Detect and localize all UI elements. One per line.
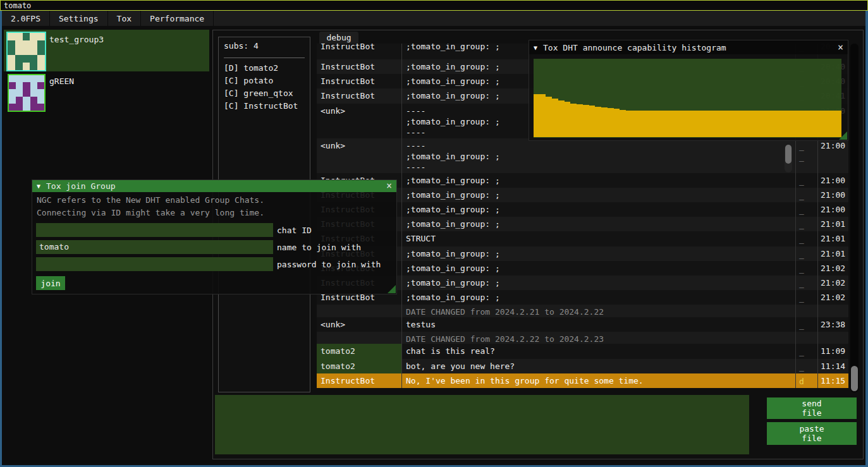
member-item[interactable]: [C] potato	[224, 75, 310, 87]
message-status-flags: _ _	[795, 188, 817, 202]
join-name-input[interactable]: tomato	[36, 240, 273, 254]
join-button[interactable]: join	[36, 276, 65, 290]
menu-performance[interactable]: Performance	[141, 11, 214, 26]
histogram-bar	[570, 104, 577, 137]
message-text[interactable]: ;tomato_in_group: ;	[401, 217, 795, 231]
message-status-flags: _ _	[795, 231, 817, 246]
date-separator-row[interactable]: DATE CHANGED from 2024.2.22 to 2024.2.23	[317, 332, 848, 344]
message-text[interactable]: testus	[401, 317, 795, 332]
date-changed-text: DATE CHANGED from 2024.2.21 to 2024.2.22	[401, 305, 795, 317]
message-text[interactable]: ;tomato_in_group: ;	[401, 261, 795, 276]
member-item[interactable]: [C] InstructBot	[224, 100, 310, 112]
histogram-bar	[589, 106, 596, 137]
avatar-pixel	[37, 89, 44, 96]
join-group-titlebar[interactable]: ▼ Tox join Group ×	[32, 180, 396, 192]
scrollbar-thumb[interactable]	[851, 366, 858, 391]
message-timestamp: 21:00	[817, 202, 848, 217]
os-titlebar[interactable]: tomato	[0, 0, 868, 11]
histogram-bar	[687, 111, 694, 137]
message-input[interactable]	[215, 395, 749, 454]
sender-name: tomato2	[317, 359, 401, 373]
dht-histogram-titlebar[interactable]: ▼ Tox DHT announce capability histogram …	[529, 40, 848, 54]
chat-row[interactable]: tomato2bot, are you new here?_ _11:14	[317, 359, 848, 373]
resize-grip[interactable]	[839, 131, 847, 140]
histogram-bar	[565, 102, 571, 137]
histogram-plot[interactable]	[534, 59, 841, 138]
histogram-bar	[761, 111, 767, 137]
chat-row[interactable]: tomato2chat is this real?_ _11:09	[317, 344, 848, 358]
dht-histogram-window: ▼ Tox DHT announce capability histogram …	[529, 40, 848, 141]
message-text[interactable]: STRUCT	[401, 231, 795, 246]
histogram-bar	[552, 99, 558, 137]
message-status-flags: _ _	[795, 261, 817, 276]
close-icon[interactable]: ×	[386, 181, 392, 191]
histogram-bar	[540, 94, 546, 137]
sender-name: InstructBot	[317, 74, 401, 88]
paste-file-button[interactable]: paste file	[767, 422, 857, 445]
avatar-pixel	[30, 75, 37, 82]
histogram-bar	[614, 109, 620, 137]
message-status-flags: _ _	[795, 290, 817, 305]
join-password-input[interactable]	[36, 257, 273, 271]
message-timestamp: 21:00	[817, 188, 848, 202]
histogram-bar	[577, 104, 583, 137]
avatar-pixel	[16, 75, 23, 82]
message-text[interactable]: bot, are you new here?	[401, 359, 795, 373]
group-item-test_group3[interactable]: test_group3	[4, 30, 209, 71]
message-text[interactable]: ;tomato_in_group: ;	[401, 188, 795, 202]
message-text[interactable]: ---- ;tomato_in_group: ; ----	[401, 138, 795, 173]
menu-settings[interactable]: Settings	[50, 11, 108, 26]
message-text[interactable]: ;tomato_in_group: ;	[401, 202, 795, 217]
group-item-gREEN[interactable]: gREEN	[4, 73, 209, 112]
close-icon[interactable]: ×	[838, 43, 843, 52]
message-status-flags: _ _	[795, 138, 817, 173]
message-timestamp: 23:38	[817, 317, 848, 332]
group-name: gREEN	[49, 76, 74, 86]
join-field-row: chat ID	[36, 223, 396, 237]
chat-id-input-label: chat ID	[277, 226, 312, 235]
chat-row[interactable]: <unk>testus_ _23:38	[317, 317, 848, 332]
message-text[interactable]: ;tomato_in_group: ;	[401, 246, 795, 261]
join-description-line1: NGC refers to the New DHT enabled Group …	[32, 192, 396, 207]
avatar-pixel	[30, 89, 37, 96]
group-avatar	[8, 74, 46, 112]
collapse-arrow-icon[interactable]: ▼	[534, 44, 537, 51]
avatar-pixel	[8, 40, 15, 48]
message-text[interactable]: ;tomato_in_group: ;	[401, 290, 795, 305]
tab-debug[interactable]: debug	[319, 32, 358, 44]
member-item[interactable]: [C] green_qtox	[224, 87, 310, 100]
message-status-flags: d _	[795, 373, 817, 388]
message-text[interactable]: No, I've been in this group for quite so…	[401, 373, 795, 388]
chat-row[interactable]: InstructBotNo, I've been in this group f…	[317, 373, 848, 388]
member-item[interactable]: [D] tomato2	[224, 62, 310, 75]
chat-scrollbar[interactable]	[850, 44, 859, 392]
chat-id-input[interactable]	[36, 223, 273, 237]
scrollbar-thumb[interactable]	[785, 145, 792, 164]
message-text[interactable]: chat is this real?	[401, 344, 795, 358]
histogram-bar	[731, 111, 737, 137]
avatar-pixel	[9, 97, 16, 104]
sender-name: tomato2	[317, 344, 401, 358]
message-text[interactable]: ;tomato_in_group: ;	[401, 173, 795, 188]
menu-tox[interactable]: Tox	[108, 11, 141, 26]
avatar-pixel	[30, 104, 37, 111]
message-text[interactable]: ;tomato_in_group: ;	[401, 276, 795, 290]
message-timestamp: 11:15	[817, 373, 848, 388]
join-description-line2: Connecting via ID might take a very long…	[32, 207, 396, 219]
histogram-bar	[829, 111, 835, 137]
histogram-bar	[817, 111, 823, 137]
resize-grip[interactable]	[388, 285, 396, 293]
message-cell-scrollbar[interactable]	[785, 145, 792, 173]
send-file-button[interactable]: send file	[767, 397, 857, 419]
message-timestamp: 21:01	[817, 231, 848, 246]
date-separator-row[interactable]: DATE CHANGED from 2024.2.21 to 2024.2.22	[317, 305, 848, 317]
collapse-arrow-icon[interactable]: ▼	[37, 183, 40, 190]
histogram-bar	[694, 111, 700, 137]
avatar-pixel	[23, 48, 30, 56]
histogram-bar	[608, 108, 614, 137]
histogram-bar	[755, 111, 761, 137]
avatar-pixel	[30, 63, 37, 70]
histogram-bar	[663, 111, 669, 137]
histogram-bar	[743, 111, 749, 137]
chat-row[interactable]: <unk>---- ;tomato_in_group: ; ----_ _21:…	[317, 138, 848, 173]
